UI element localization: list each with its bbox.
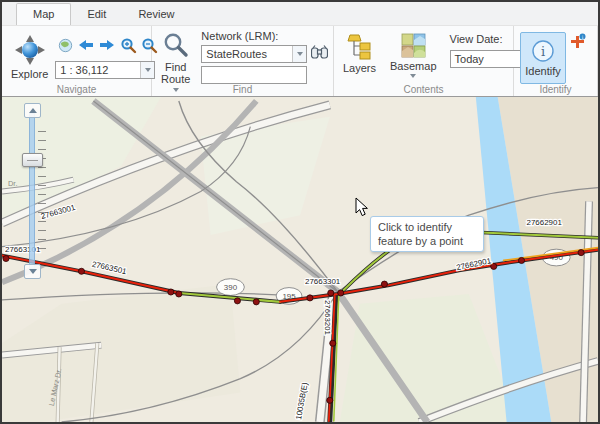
tab-map[interactable]: Map	[16, 3, 71, 25]
route-label-right-horizontal: 27662901	[526, 218, 562, 227]
map-scale-value: 1 : 36,112	[56, 64, 140, 76]
explore-label: Explore	[11, 68, 48, 80]
zoom-slider-in-button[interactable]	[24, 103, 41, 118]
shield-390: 390	[224, 283, 238, 292]
network-dropdown-button[interactable]	[292, 46, 306, 62]
street-label-dr: Dr.	[8, 179, 18, 188]
app-window: Map Edit Review	[0, 0, 600, 424]
full-extent-globe-icon[interactable]	[55, 35, 75, 55]
map-scale-combobox[interactable]: 1 : 36,112	[55, 61, 155, 79]
next-extent-arrow-icon[interactable]	[97, 35, 117, 55]
network-combobox[interactable]: StateRoutes	[201, 45, 307, 63]
chevron-down-icon	[145, 68, 151, 72]
explore-button[interactable]: Explore	[8, 33, 51, 81]
tab-edit[interactable]: Edit	[71, 4, 122, 25]
ribbon-group-find: Find Route Network (LRM): StateRoutes	[152, 26, 334, 96]
layers-label: Layers	[343, 62, 376, 74]
mouse-cursor-icon	[355, 197, 369, 221]
layers-tree-icon	[346, 33, 373, 62]
basemap-dropdown-arrow-icon	[410, 74, 416, 78]
basemap-label: Basemap	[390, 60, 436, 72]
route-label-junction-horizontal: 27663301	[305, 277, 341, 286]
identify-tooltip: Click to identify feature by a point	[370, 216, 484, 252]
map-viewport[interactable]: Dr. Le Marz Dr. 390 195 490	[2, 96, 598, 422]
ribbon-tab-bar: Map Edit Review	[2, 2, 598, 25]
route-label-junction-vertical: 27663201	[323, 300, 332, 336]
basemap-button[interactable]: Basemap	[387, 32, 439, 79]
explore-compass-icon	[13, 34, 47, 68]
navigate-group-label: Navigate	[2, 83, 151, 96]
identify-button[interactable]: i Identify	[520, 32, 566, 84]
contents-group-label: Contents	[334, 83, 513, 96]
identify-route-tool-icon[interactable]: i	[570, 33, 586, 53]
map-canvas: Dr. Le Marz Dr. 390 195 490	[2, 97, 598, 422]
zoom-slider-track[interactable]	[29, 113, 35, 269]
previous-extent-arrow-icon[interactable]	[76, 35, 96, 55]
find-route-magnifier-icon	[162, 32, 190, 61]
network-value: StateRoutes	[202, 48, 292, 60]
identify-tooltip-line1: Click to identify	[378, 220, 476, 234]
zoom-slider-ticks	[38, 131, 46, 257]
binoculars-icon[interactable]	[311, 45, 328, 63]
zoom-in-icon[interactable]	[118, 35, 138, 55]
layers-button[interactable]: Layers	[340, 32, 379, 75]
identify-info-icon: i	[531, 39, 555, 65]
zoom-slider-handle[interactable]	[22, 153, 43, 167]
chevron-down-icon	[297, 52, 303, 56]
svg-text:i: i	[541, 44, 545, 59]
network-lrm-label: Network (LRM):	[201, 30, 328, 43]
route-input[interactable]	[201, 66, 307, 84]
find-route-label-line1: Find	[165, 61, 186, 73]
map-zoom-slider[interactable]	[22, 103, 52, 279]
zoom-slider-out-button[interactable]	[24, 264, 41, 279]
ribbon-group-navigate: Explore	[2, 26, 152, 96]
basemap-tiles-icon	[401, 33, 426, 60]
identify-tooltip-line2: feature by a point	[378, 234, 476, 248]
ribbon-group-contents: Layers Basemap V	[334, 26, 514, 96]
ribbon-group-identify: i Identify i Identify	[514, 26, 598, 96]
tab-review[interactable]: Review	[122, 4, 190, 25]
triangle-down-icon	[29, 269, 37, 274]
find-group-label: Find	[152, 83, 333, 96]
ribbon: Explore	[2, 25, 598, 96]
identify-label: Identify	[525, 65, 560, 77]
identify-group-label: Identify	[514, 83, 597, 96]
triangle-up-icon	[29, 108, 37, 113]
